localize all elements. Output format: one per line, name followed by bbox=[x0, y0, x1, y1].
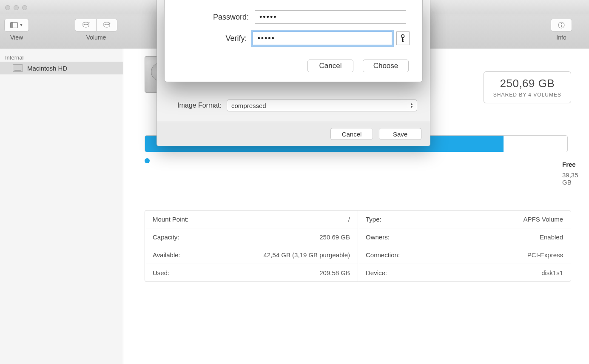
svg-text:−: − bbox=[109, 22, 111, 25]
volume-group: + − Volume bbox=[75, 19, 117, 41]
save-sheet-cancel-button[interactable]: Cancel bbox=[330, 128, 373, 140]
info-key: Used: bbox=[153, 269, 169, 276]
info-key: Device: bbox=[366, 269, 387, 276]
password-label: Password: bbox=[177, 13, 249, 22]
size-value: 250,69 GB bbox=[493, 77, 561, 90]
info-icon bbox=[558, 21, 565, 29]
svg-rect-17 bbox=[402, 41, 404, 42]
verify-row: Verify: bbox=[177, 31, 410, 45]
sidebar-layout-icon bbox=[10, 22, 18, 28]
sidebar-item-macintosh-hd[interactable]: Macintosh HD bbox=[0, 62, 123, 74]
info-col-right: Type: APFS Volume Owners: Enabled Connec… bbox=[358, 210, 571, 282]
info-row-connection: Connection: PCI-Express bbox=[358, 246, 571, 264]
info-row-owners: Owners: Enabled bbox=[358, 228, 571, 246]
password-cancel-button[interactable]: Cancel bbox=[307, 60, 353, 72]
free-legend-value: 39,35 GB bbox=[562, 171, 589, 186]
info-val: 42,54 GB (3,19 GB purgeable) bbox=[264, 251, 350, 259]
svg-text:+: + bbox=[88, 22, 90, 25]
volume-add-button[interactable]: + bbox=[75, 19, 96, 31]
save-sheet-save-button[interactable]: Save bbox=[379, 128, 421, 140]
image-format-field: Image Format: compressed ▲▼ bbox=[170, 100, 417, 111]
info-button[interactable] bbox=[551, 19, 572, 31]
info-val: PCI-Express bbox=[527, 251, 563, 259]
info-val: / bbox=[348, 216, 350, 223]
sidebar-section-internal: Internal bbox=[0, 51, 123, 62]
info-key: Type: bbox=[366, 216, 381, 223]
svg-rect-16 bbox=[402, 40, 404, 40]
verify-input[interactable] bbox=[253, 31, 392, 45]
info-row-available: Available: 42,54 GB (3,19 GB purgeable) bbox=[145, 246, 358, 264]
volume-remove-button[interactable]: − bbox=[96, 19, 117, 31]
password-sheet-actions: Cancel Choose bbox=[177, 60, 410, 72]
view-group: ▼ View bbox=[4, 19, 29, 41]
info-row-used: Used: 209,58 GB bbox=[145, 264, 358, 282]
svg-point-14 bbox=[401, 35, 404, 38]
info-row-type: Type: APFS Volume bbox=[358, 210, 571, 228]
info-row-mount-point: Mount Point: / bbox=[145, 210, 358, 228]
legend-dot-used-icon bbox=[145, 158, 150, 163]
password-choose-button[interactable]: Choose bbox=[363, 60, 409, 72]
info-label: Info bbox=[556, 34, 566, 41]
info-row-device: Device: disk1s1 bbox=[358, 264, 571, 282]
info-val: Enabled bbox=[540, 233, 563, 241]
usage-free-segment bbox=[504, 136, 567, 152]
info-val: 250,69 GB bbox=[319, 233, 350, 241]
info-val: APFS Volume bbox=[524, 216, 563, 223]
info-key: Available: bbox=[153, 251, 180, 259]
image-format-value: compressed bbox=[231, 102, 266, 109]
info-val: 209,58 GB bbox=[319, 269, 350, 276]
svg-rect-13 bbox=[561, 25, 562, 27]
chevron-down-icon: ▼ bbox=[20, 23, 23, 27]
info-key: Owners: bbox=[366, 233, 390, 241]
volume-label: Volume bbox=[86, 34, 106, 41]
info-key: Connection: bbox=[366, 251, 400, 259]
size-subtitle: SHARED BY 4 VOLUMES bbox=[493, 92, 561, 98]
info-key: Capacity: bbox=[153, 233, 179, 241]
info-col-left: Mount Point: / Capacity: 250,69 GB Avail… bbox=[145, 210, 358, 282]
svg-rect-1 bbox=[10, 23, 13, 28]
view-button[interactable]: ▼ bbox=[4, 19, 29, 31]
view-label: View bbox=[10, 34, 23, 41]
svg-point-12 bbox=[561, 23, 562, 24]
info-table: Mount Point: / Capacity: 250,69 GB Avail… bbox=[145, 210, 571, 282]
usage-legend bbox=[145, 158, 150, 163]
verify-label: Verify: bbox=[177, 34, 247, 43]
password-input[interactable] bbox=[255, 10, 406, 24]
password-assistant-button[interactable] bbox=[396, 31, 410, 45]
key-icon bbox=[399, 34, 406, 43]
svg-rect-15 bbox=[402, 37, 403, 41]
image-format-select[interactable]: compressed ▲▼ bbox=[227, 100, 417, 111]
sidebar-item-label: Macintosh HD bbox=[27, 65, 67, 72]
disk-icon bbox=[13, 64, 23, 72]
size-box: 250,69 GB SHARED BY 4 VOLUMES bbox=[484, 71, 571, 103]
password-row: Password: bbox=[177, 10, 410, 24]
volume-remove-icon: − bbox=[102, 22, 111, 28]
save-sheet-footer: Cancel Save bbox=[157, 122, 430, 146]
sidebar: Internal Macintosh HD bbox=[0, 48, 123, 364]
image-format-label: Image Format: bbox=[170, 102, 222, 109]
free-legend: Free 39,35 GB bbox=[562, 161, 589, 186]
volume-add-icon: + bbox=[82, 22, 90, 28]
info-group: Info bbox=[551, 19, 572, 41]
password-sheet: Password: Verify: Cancel Choose bbox=[164, 0, 423, 82]
select-arrows-icon: ▲▼ bbox=[410, 102, 413, 108]
free-legend-title: Free bbox=[562, 161, 589, 168]
info-row-capacity: Capacity: 250,69 GB bbox=[145, 228, 358, 246]
info-val: disk1s1 bbox=[541, 269, 563, 276]
info-key: Mount Point: bbox=[153, 216, 188, 223]
